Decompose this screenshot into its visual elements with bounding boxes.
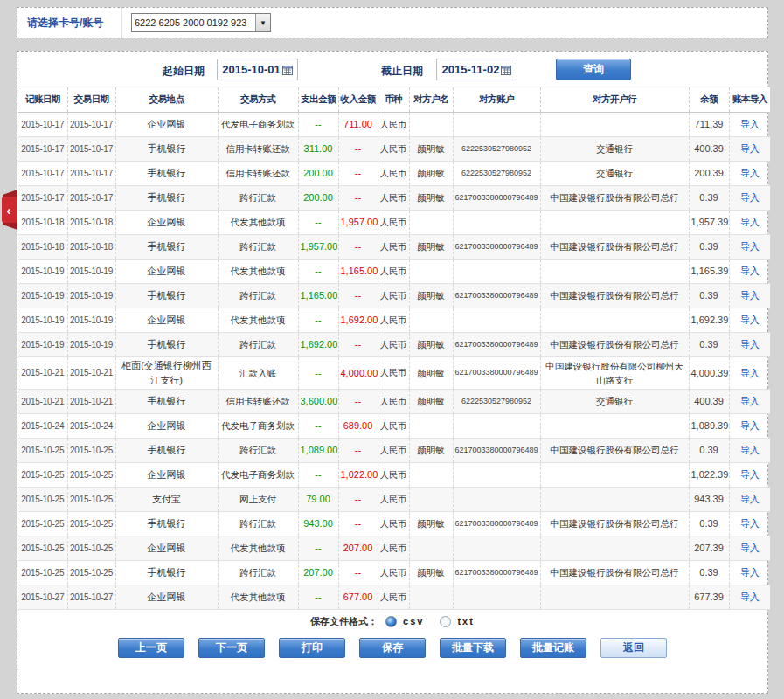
import-link[interactable]: 导入 (740, 315, 760, 325)
cell-import[interactable]: 导入 (729, 137, 770, 162)
cell-import[interactable]: 导入 (729, 512, 770, 536)
cell-counterparty-bank (540, 463, 689, 488)
calendar-icon[interactable] (501, 65, 511, 75)
cell-transaction-date: 2015-10-19 (67, 260, 115, 284)
batch-download-button[interactable]: 批量下载 (440, 638, 506, 658)
import-link[interactable]: 导入 (740, 143, 760, 154)
batch-posting-button[interactable]: 批量记账 (520, 638, 586, 658)
cell-import[interactable]: 导入 (729, 333, 770, 357)
import-link[interactable]: 导入 (740, 368, 760, 378)
cell-posting-date: 2015-10-17 (18, 186, 67, 211)
import-link[interactable]: 导入 (740, 266, 760, 276)
next-page-button[interactable]: 下一页 (198, 638, 265, 658)
cell-counterparty-bank (540, 536, 689, 561)
cell-import[interactable]: 导入 (729, 211, 770, 235)
cell-import[interactable]: 导入 (729, 390, 770, 414)
cell-income: 1,957.00 (338, 211, 378, 235)
cell-import[interactable]: 导入 (729, 186, 770, 211)
cell-method: 跨行汇款 (218, 284, 298, 308)
cell-import[interactable]: 导入 (729, 357, 770, 390)
cell-expense: -- (298, 463, 338, 488)
cell-import[interactable]: 导入 (729, 284, 770, 308)
cell-location: 手机银行 (115, 235, 218, 260)
import-link[interactable]: 导入 (740, 217, 760, 227)
back-button[interactable]: 返回 (600, 638, 667, 658)
cell-income: 677.00 (338, 585, 378, 610)
cell-import[interactable]: 导入 (729, 463, 770, 488)
print-button[interactable]: 打印 (279, 638, 345, 658)
cell-counterparty-account: 6217003380000796489 (453, 333, 540, 357)
table-row: 2015-10-172015-10-17手机银行跨行汇款200.00--人民币颜… (18, 186, 770, 211)
cell-location: 手机银行 (115, 561, 218, 585)
cell-import[interactable]: 导入 (729, 162, 770, 186)
cell-balance: 400.39 (689, 137, 729, 162)
radio-icon[interactable] (440, 616, 451, 627)
import-link[interactable]: 导入 (740, 192, 760, 203)
import-link[interactable]: 导入 (740, 168, 760, 178)
import-link[interactable]: 导入 (740, 241, 760, 252)
cell-posting-date: 2015-10-25 (18, 536, 67, 561)
radio-icon[interactable] (385, 616, 397, 627)
start-date-input[interactable]: 2015-10-01 (217, 59, 298, 80)
import-link[interactable]: 导入 (740, 543, 760, 553)
cell-expense: 943.00 (298, 512, 338, 536)
cell-balance: 1,089.39 (689, 414, 729, 439)
import-link[interactable]: 导入 (740, 567, 760, 578)
cell-import[interactable]: 导入 (729, 308, 770, 333)
cell-income: -- (338, 235, 378, 260)
cell-import[interactable]: 导入 (729, 488, 770, 512)
cell-balance: 943.39 (689, 488, 729, 512)
cell-balance: 400.39 (689, 390, 729, 414)
cell-currency: 人民币 (378, 512, 409, 536)
import-link[interactable]: 导入 (740, 339, 760, 350)
cell-method: 跨行汇款 (218, 439, 298, 463)
cell-import[interactable]: 导入 (729, 260, 770, 284)
calendar-icon[interactable] (282, 65, 293, 75)
cell-posting-date: 2015-10-19 (18, 333, 67, 357)
import-link[interactable]: 导入 (740, 396, 760, 406)
save-button[interactable]: 保存 (359, 638, 426, 658)
import-link[interactable]: 导入 (740, 494, 760, 504)
import-link[interactable]: 导入 (740, 290, 760, 301)
cell-balance: 1,022.39 (689, 463, 729, 488)
query-button[interactable]: 查询 (556, 59, 631, 80)
save-format-label: 保存文件格式： (310, 615, 378, 628)
radio-format-txt[interactable]: txt (440, 616, 474, 627)
import-link[interactable]: 导入 (740, 592, 760, 602)
cell-import[interactable]: 导入 (729, 235, 770, 260)
cell-counterparty-bank (540, 308, 689, 333)
cell-transaction-date: 2015-10-17 (67, 162, 115, 186)
import-link[interactable]: 导入 (740, 445, 760, 455)
account-number-select[interactable]: 6222 6205 2000 0192 923 ▼ (131, 13, 271, 32)
import-link[interactable]: 导入 (740, 518, 760, 529)
cell-import[interactable]: 导入 (729, 439, 770, 463)
cell-counterparty-bank: 中国建设银行股份有限公司柳州天山路支行 (540, 357, 689, 390)
cell-counterparty-account (453, 463, 540, 488)
cell-counterparty-bank: 中国建设银行股份有限公司总行 (540, 333, 689, 357)
radio-format-csv[interactable]: csv (385, 616, 424, 627)
cell-posting-date: 2015-10-25 (18, 488, 67, 512)
import-link[interactable]: 导入 (740, 469, 760, 480)
cell-balance: 0.39 (689, 284, 729, 308)
cell-method: 代发电子商务划款 (218, 414, 298, 439)
cell-import[interactable]: 导入 (729, 113, 770, 137)
cell-import[interactable]: 导入 (729, 561, 770, 585)
footer-button-row: 上一页下一页打印保存批量下载批量记账返回 (17, 633, 767, 662)
cell-income: 4,000.00 (338, 357, 378, 390)
chevron-down-icon[interactable]: ▼ (255, 14, 270, 31)
cell-import[interactable]: 导入 (729, 585, 770, 610)
table-row: 2015-10-252015-10-25手机银行跨行汇款1,089.00--人民… (18, 439, 770, 463)
cell-counterparty-bank: 中国建设银行股份有限公司总行 (540, 561, 689, 585)
cell-posting-date: 2015-10-25 (18, 512, 67, 536)
import-link[interactable]: 导入 (740, 119, 760, 129)
account-selector-label: 请选择卡号/账号 (17, 8, 122, 38)
cell-import[interactable]: 导入 (729, 536, 770, 561)
import-link[interactable]: 导入 (740, 420, 760, 431)
collapse-panel-tab[interactable]: ‹ (0, 189, 19, 231)
cell-import[interactable]: 导入 (729, 414, 770, 439)
prev-page-button[interactable]: 上一页 (118, 638, 184, 658)
cell-location: 柜面(交通银行柳州西江支行) (115, 357, 218, 390)
cell-method: 跨行汇款 (218, 186, 298, 211)
end-date-input[interactable]: 2015-11-02 (436, 59, 517, 80)
cell-counterparty-account (453, 260, 540, 284)
